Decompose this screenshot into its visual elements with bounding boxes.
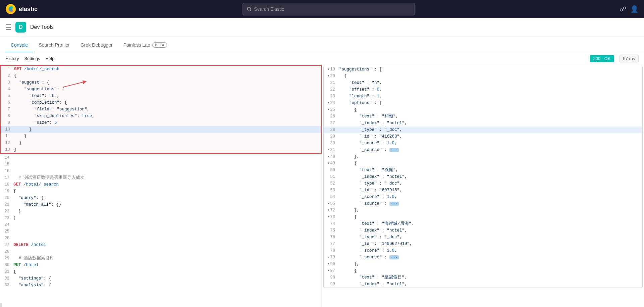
result-line-51: 51 "_index" : "hotel", [324, 173, 642, 180]
result-line-54: 54 "_score" : 1.0, [324, 194, 642, 200]
editor-line-1: 1 GET /hotel/_search [1, 66, 321, 72]
editor-line-33: 33 "analysis": { [0, 282, 322, 289]
tabs: Console Search Profiler Grok Debugger Pa… [0, 36, 644, 52]
result-line-96: ▾96 }, [324, 261, 642, 267]
tab-grok-debugger[interactable]: Grok Debugger [75, 38, 118, 52]
topbar-right: ☍ 👤 [620, 5, 639, 13]
logo-text: elastic [19, 6, 38, 13]
editor-line-16: 16 [0, 168, 322, 174]
editor-line-13: 13 } [1, 146, 321, 153]
editor-line-20: 20 "query": { [0, 195, 322, 201]
tab-console[interactable]: Console [5, 38, 33, 52]
editor-line-21: 21 "match_all": {} [0, 201, 322, 208]
editor-line-15: 15 [0, 161, 322, 168]
result-line-52: 52 "_type" : "_doc", [324, 180, 642, 187]
tab-search-profiler[interactable]: Search Profiler [33, 38, 75, 52]
notification-icon[interactable]: ☍ [620, 5, 626, 13]
result-line-19: ▾19 "suggestions" : [ [324, 66, 642, 73]
result-line-23: 23 "length" : 1, [324, 93, 642, 100]
main-area: ▶ 🔧 1 GET /hotel/_search 2 { 3 "suggest"… [0, 64, 644, 307]
tab-painless-lab-label: Painless Lab [123, 42, 150, 48]
result-line-24: ▾24 "options" : [ [324, 100, 642, 106]
result-line-74: 74 "text" : "海岸城/后海", [324, 220, 642, 227]
settings-button[interactable]: Settings [24, 56, 40, 61]
editor-code-area[interactable]: 1 GET /hotel/_search 2 { 3 "suggest": { … [0, 64, 322, 303]
hamburger-menu-icon[interactable]: ☰ [5, 23, 11, 31]
result-line-53: 53 "_id" : "607915", [324, 187, 642, 194]
tab-painless-lab[interactable]: Painless Lab BETA [118, 38, 172, 52]
result-line-48: ▾48 }, [324, 153, 642, 160]
editor-line-30: 30 PUT /hotel [0, 262, 322, 268]
svg-point-4 [247, 7, 250, 10]
editor-line-31: 31 { [0, 268, 322, 275]
result-line-72: ▾72 }, [324, 207, 642, 214]
editor-line-23: 23 } [0, 215, 322, 221]
editor-line-19: 19 { [0, 188, 322, 195]
result-line-55: ▸55 "_source" : ··· [324, 200, 642, 207]
history-button[interactable]: History [5, 56, 19, 61]
search-placeholder: Search Elastic [254, 6, 284, 12]
editor-line-5: 5 "text": "h", [1, 93, 321, 99]
result-line-27: 27 "_index" : "hotel", [324, 120, 642, 126]
app-badge: D [15, 22, 26, 33]
editor-line-11: 11 } [1, 133, 321, 140]
editor-line-25: 25 [0, 228, 322, 235]
result-line-20: ▾20 { [324, 73, 642, 80]
topbar: elastic Search Elastic ☍ 👤 [0, 0, 644, 18]
results-code-area[interactable]: ▾19 "suggestions" : [ ▾20 { 21 "text" : … [324, 66, 642, 288]
search-bar[interactable]: Search Elastic [243, 3, 415, 15]
result-line-30: 30 "_score" : 1.0, [324, 140, 642, 147]
search-icon [247, 7, 252, 11]
result-line-28: 28 "_type" : "_doc", [324, 126, 642, 133]
result-line-79: ▸79 "_source" : ··· [324, 254, 642, 261]
result-line-73: ▾73 { [324, 214, 642, 220]
editor-line-12: 12 } [1, 140, 321, 146]
editor-line-14: 14 [0, 154, 322, 161]
secondbar: ☰ D Dev Tools [0, 18, 644, 36]
editor-line-32: 32 "settings": { [0, 275, 322, 282]
search-bar-container: Search Elastic [43, 3, 614, 15]
editor-line-3: 3 "suggest": { [1, 79, 321, 86]
svg-line-5 [250, 10, 251, 11]
editor-line-8: 8 "skip_duplicates": true, [1, 113, 321, 119]
result-line-76: 76 "_type" : "_doc", [324, 234, 642, 241]
result-line-22: 22 "offset" : 0, [324, 86, 642, 93]
toolbar: History Settings Help 200 - OK 57 ms [0, 52, 644, 64]
editor-line-29: 29 # 酒店数据索引库 [0, 255, 322, 262]
editor-line-27: 27 DELETE /hotel [0, 242, 322, 248]
help-button[interactable]: Help [45, 56, 54, 61]
svg-point-3 [9, 7, 12, 11]
editor-panel: ▶ 🔧 1 GET /hotel/_search 2 { 3 "suggest"… [0, 64, 322, 307]
result-line-26: 26 "text" : "和颐", [324, 113, 642, 120]
ms-badge: 57 ms [620, 55, 639, 62]
editor-line-28: 28 [0, 248, 322, 255]
result-line-21: 21 "text" : "h", [324, 80, 642, 86]
panel-divider[interactable]: ⋮ [0, 303, 2, 307]
result-line-77: 77 "_id" : "1406627919", [324, 241, 642, 247]
result-line-50: 50 "text" : "汉庭", [324, 167, 642, 173]
editor-line-2: 2 { [1, 72, 321, 79]
editor-line-22: 22 } [0, 208, 322, 215]
beta-badge: BETA [152, 42, 167, 48]
elastic-logo-icon [5, 4, 16, 14]
result-line-75: 75 "_index" : "hotel", [324, 227, 642, 234]
results-panel: ▾19 "suggestions" : [ ▾20 { 21 "text" : … [322, 64, 644, 307]
editor-line-4: 4 "suggestions": { [1, 86, 321, 93]
selected-code-block: 1 GET /hotel/_search 2 { 3 "suggest": { … [0, 65, 322, 154]
editor-line-26: 26 [0, 235, 322, 242]
user-icon[interactable]: 👤 [630, 5, 639, 13]
logo-area[interactable]: elastic [5, 4, 38, 14]
status-badge: 200 - OK [590, 55, 614, 62]
editor-line-17: 17 # 测试酒店数据是否重新导入成功 [0, 174, 322, 181]
editor-line-7: 7 "field": "suggestion", [1, 106, 321, 113]
result-line-49: ▾49 { [324, 160, 642, 167]
editor-line-10: 10 } [1, 126, 321, 133]
result-line-78: 78 "_score" : 1.0, [324, 247, 642, 254]
result-box: ▾19 "suggestions" : [ ▾20 { 21 "text" : … [323, 66, 643, 288]
editor-line-6: 6 "completion": { [1, 99, 321, 106]
editor-line-18: 18 GET /hotel/_search [0, 181, 322, 188]
result-line-25: ▾25 { [324, 106, 642, 113]
result-line-31: ▸31 "_source" : ··· [324, 147, 642, 153]
editor-line-24: 24 [0, 221, 322, 228]
result-line-98: 98 "text" : "皇冠假日", [324, 274, 642, 281]
